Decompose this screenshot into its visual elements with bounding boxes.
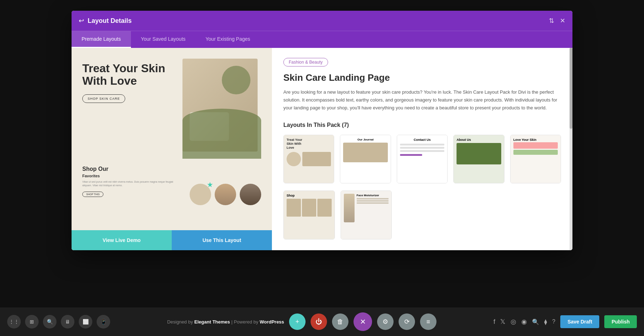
layout-card-about[interactable]: About Us About ⋯ bbox=[453, 135, 504, 183]
view-live-demo-button[interactable]: View Live Demo bbox=[72, 230, 172, 250]
bars-icon: ≡ bbox=[426, 318, 430, 326]
preview-panel: Treat Your Skin With Love SHOP SKIN CARE bbox=[72, 48, 272, 250]
layers-icon[interactable]: ⧫ bbox=[544, 318, 547, 325]
mockup-section2-text: Vitae ut sed purus velit est nibh viverr… bbox=[82, 180, 182, 187]
history-icon: ⟳ bbox=[404, 318, 410, 326]
preview-actions: View Live Demo Use This Layout bbox=[72, 230, 272, 250]
mockup-section2: Shop Our Favorites Vitae ut sed purus ve… bbox=[72, 159, 272, 230]
menu-button[interactable]: ≡ bbox=[420, 313, 436, 330]
mockup-hero-btn: SHOP SKIN CARE bbox=[82, 94, 125, 103]
mockup-hero-right bbox=[182, 59, 261, 159]
modal-header-right: ⇅ ✕ bbox=[549, 17, 565, 25]
plus-icon: + bbox=[296, 318, 299, 326]
dots-icon: ⋮⋮ bbox=[9, 319, 19, 325]
layouts-row-1: Treat YourSkin WithLove Landing ⋯ bbox=[283, 135, 561, 183]
x-icon: ✕ bbox=[360, 317, 366, 326]
twitter-icon[interactable]: 𝕏 bbox=[500, 318, 506, 326]
layout-card-landing[interactable]: Treat YourSkin WithLove Landing ⋯ bbox=[283, 135, 334, 183]
history-button[interactable]: ⟳ bbox=[399, 313, 415, 330]
detail-panel: Fashion & Beauty Skin Care Landing Page … bbox=[272, 48, 572, 250]
layout-card-thumb-blog: Our Journal bbox=[340, 135, 390, 183]
settings-button[interactable]: ⚙ bbox=[377, 313, 394, 330]
grid-icon: ⊞ bbox=[30, 319, 34, 325]
layout-card-home[interactable]: Love Your Skin Home ⋯ bbox=[510, 135, 561, 183]
toolbar-mobile-button[interactable]: 📱 bbox=[97, 315, 110, 328]
help-icon[interactable]: ? bbox=[552, 318, 555, 325]
layout-card-footer-about: About ⋯ bbox=[454, 183, 504, 183]
tab-saved-layouts[interactable]: Your Saved Layouts bbox=[131, 31, 196, 48]
layouts-row-2: Shop Shop ⋯ bbox=[283, 191, 561, 239]
modal-header: ↩ Layout Details ⇅ ✕ bbox=[72, 11, 572, 31]
add-module-button[interactable]: + bbox=[289, 313, 306, 330]
layout-details-modal: ↩ Layout Details ⇅ ✕ Premade Layouts You… bbox=[72, 11, 572, 250]
mockup-hero-title: Treat Your Skin With Love bbox=[82, 62, 177, 87]
layout-card-footer-product: Product ⋯ bbox=[341, 239, 392, 239]
thumb-product-bottle bbox=[344, 194, 355, 222]
layout-card-product[interactable]: Face Moisturizer Product bbox=[341, 191, 392, 239]
layout-card-footer-contact: Contact ⋯ bbox=[397, 183, 447, 183]
mockup-bottle-circle bbox=[240, 184, 261, 205]
power-button[interactable]: ⏻ bbox=[311, 313, 327, 330]
modal-header-left: ↩ Layout Details bbox=[79, 17, 132, 25]
mockup-green-shape bbox=[182, 109, 261, 159]
modal-body: Treat Your Skin With Love SHOP SKIN CARE bbox=[72, 48, 572, 250]
back-icon[interactable]: ↩ bbox=[79, 17, 84, 25]
trash-icon: 🗑 bbox=[337, 318, 343, 326]
close-editor-button[interactable]: ✕ bbox=[353, 312, 372, 331]
instagram-icon[interactable]: ◎ bbox=[511, 318, 516, 326]
toolbar-tablet-button[interactable]: ⬜ bbox=[79, 315, 92, 328]
mockup-person-circle bbox=[215, 184, 236, 205]
toolbar-grid-button[interactable]: ⊞ bbox=[25, 315, 39, 328]
toolbar-desktop-button[interactable]: 🖥 bbox=[61, 315, 74, 328]
toolbar-designed-text: Designed by Elegant Themes | Powered by … bbox=[167, 319, 284, 325]
rss-icon[interactable]: ◉ bbox=[521, 318, 527, 326]
mockup-section2-btn: SHOP THIS bbox=[82, 192, 103, 197]
mockup-hero-left: Treat Your Skin With Love SHOP SKIN CARE bbox=[82, 59, 177, 159]
layout-card-footer-blog: Blog ⋯ bbox=[340, 183, 390, 183]
mockup-section2-title: Shop Our bbox=[82, 166, 182, 172]
category-badge[interactable]: Fashion & Beauty bbox=[283, 58, 328, 66]
thumb-product-text: Face Moisturizer bbox=[357, 194, 389, 236]
publish-button[interactable]: Publish bbox=[604, 315, 637, 328]
bottom-toolbar: ⋮⋮ ⊞ 🔍 🖥 ⬜ 📱 Designed by Elegant Themes … bbox=[0, 307, 644, 336]
toolbar-search-button[interactable]: 🔍 bbox=[43, 315, 57, 328]
toolbar-dots-button[interactable]: ⋮⋮ bbox=[7, 315, 21, 328]
close-icon[interactable]: ✕ bbox=[560, 17, 565, 25]
tab-existing-pages[interactable]: Your Existing Pages bbox=[196, 31, 260, 48]
layout-card-footer-landing: Landing ⋯ bbox=[284, 183, 334, 183]
layout-card-thumb-product: Face Moisturizer bbox=[341, 191, 392, 239]
layout-card-thumb-about: About Us bbox=[454, 135, 504, 183]
search-icon-toolbar[interactable]: 🔍 bbox=[532, 318, 539, 325]
layouts-heading: Layouts In This Pack (7) bbox=[283, 122, 561, 128]
mockup-section2-sub: Favorites bbox=[82, 174, 182, 178]
search-icon: 🔍 bbox=[47, 319, 53, 325]
save-draft-button[interactable]: Save Draft bbox=[560, 315, 599, 328]
row2-spacer-1 bbox=[397, 191, 448, 239]
mockup-product-images bbox=[190, 166, 261, 223]
toolbar-left: ⋮⋮ ⊞ 🔍 🖥 ⬜ 📱 bbox=[7, 315, 110, 328]
layout-card-blog[interactable]: Our Journal Blog ⋯ bbox=[340, 135, 391, 183]
modal-tabs: Premade Layouts Your Saved Layouts Your … bbox=[72, 31, 572, 48]
modal-title: Layout Details bbox=[88, 17, 132, 25]
toolbar-center: Designed by Elegant Themes | Powered by … bbox=[110, 312, 493, 331]
facebook-icon[interactable]: f bbox=[493, 318, 495, 326]
row2-spacer-3 bbox=[510, 191, 561, 239]
layout-card-thumb-landing: Treat YourSkin WithLove bbox=[284, 135, 334, 183]
use-this-layout-button[interactable]: Use This Layout bbox=[172, 230, 272, 250]
layout-card-footer-shop: Shop ⋯ bbox=[284, 239, 335, 239]
modal-overlay: ↩ Layout Details ⇅ ✕ Premade Layouts You… bbox=[0, 0, 644, 307]
scroll-thumb bbox=[570, 48, 572, 129]
layout-card-contact[interactable]: Contact Us Contact ⋯ bbox=[397, 135, 448, 183]
tab-premade-layouts[interactable]: Premade Layouts bbox=[72, 31, 131, 48]
layout-card-footer-home: Home ⋯ bbox=[511, 183, 561, 183]
desktop-icon: 🖥 bbox=[65, 319, 70, 325]
scroll-indicator bbox=[570, 48, 572, 250]
preview-mockup: Treat Your Skin With Love SHOP SKIN CARE bbox=[72, 48, 272, 230]
layout-card-shop[interactable]: Shop Shop ⋯ bbox=[283, 191, 335, 239]
settings-icon[interactable]: ⇅ bbox=[549, 17, 554, 25]
layouts-grid: Treat YourSkin WithLove Landing ⋯ bbox=[283, 135, 561, 239]
delete-button[interactable]: 🗑 bbox=[332, 313, 348, 330]
layout-card-thumb-shop: Shop bbox=[284, 191, 335, 239]
mockup-hero: Treat Your Skin With Love SHOP SKIN CARE bbox=[72, 48, 272, 159]
detail-description: Are you looking for a new layout to feat… bbox=[283, 88, 561, 112]
